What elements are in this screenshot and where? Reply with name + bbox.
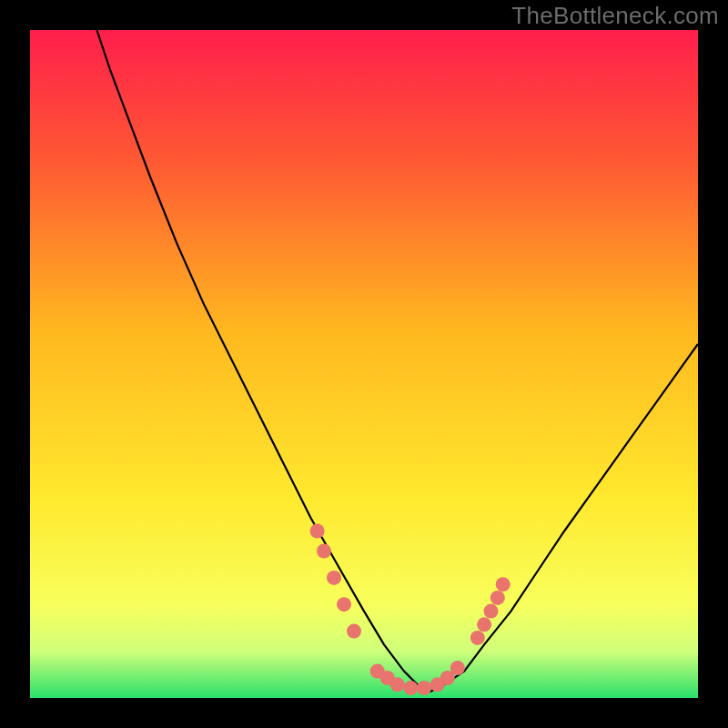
highlight-marker: [484, 604, 499, 619]
highlight-marker: [450, 661, 465, 675]
watermark-text: TheBottleneck.com: [511, 2, 719, 30]
highlight-marker: [310, 524, 325, 539]
highlight-marker: [490, 591, 505, 605]
chart-svg: [30, 30, 698, 698]
highlight-marker: [390, 677, 405, 692]
highlight-marker: [477, 617, 491, 632]
chart-background: [30, 30, 698, 698]
highlight-marker: [470, 631, 485, 645]
highlight-marker: [417, 681, 431, 695]
chart-frame: TheBottleneck.com: [0, 0, 728, 728]
highlight-marker: [403, 681, 418, 695]
highlight-marker: [317, 544, 331, 559]
highlight-marker: [327, 571, 341, 585]
chart-plot-area: [30, 30, 698, 698]
highlight-marker: [496, 577, 511, 592]
highlight-marker: [347, 624, 361, 639]
highlight-marker: [337, 597, 351, 612]
